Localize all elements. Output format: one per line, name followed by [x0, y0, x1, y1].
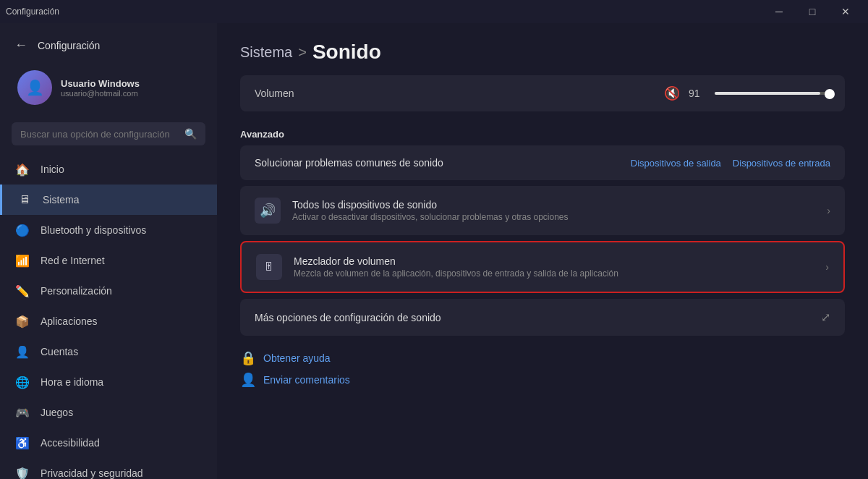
all-devices-card[interactable]: 🔊 Todos los dispositivos de sonido Activ… [240, 186, 845, 235]
all-devices-title: Todos los dispositivos de sonido [292, 199, 569, 211]
feedback-link[interactable]: 👤 Enviar comentarios [240, 372, 845, 388]
all-devices-icon: 🔊 [255, 198, 281, 224]
sidebar: ← Configuración 👤 Usuario Windows usuari… [0, 23, 217, 479]
sidebar-item-aplicaciones[interactable]: 📦 Aplicaciones [0, 306, 217, 336]
nav-icon-bluetooth: 🔵 [14, 222, 30, 238]
get-help-icon: 🔒 [240, 350, 256, 366]
sidebar-item-personalizacion[interactable]: ✏️ Personalización [0, 276, 217, 306]
app-body: ← Configuración 👤 Usuario Windows usuari… [0, 23, 868, 479]
sidebar-item-red[interactable]: 📶 Red e Internet [0, 245, 217, 276]
mixer-icon: 🎚 [256, 254, 282, 280]
sidebar-item-cuentas[interactable]: 👤 Cuentas [0, 336, 217, 367]
nav-icon-personalizacion: ✏️ [14, 283, 30, 299]
titlebar-left: Configuración [6, 7, 59, 17]
troubleshoot-card[interactable]: Solucionar problemas comunes de sonido D… [240, 145, 845, 180]
volume-fill [715, 92, 820, 95]
nav-label-personalizacion: Personalización [41, 285, 203, 297]
user-profile[interactable]: 👤 Usuario Windows usuario@hotmail.com [6, 62, 211, 114]
mixer-card[interactable]: 🎚 Mezclador de volumen Mezcla de volumen… [240, 241, 845, 293]
mixer-right: › [825, 261, 829, 273]
sidebar-item-sistema[interactable]: 🖥 Sistema [0, 185, 217, 215]
nav-icon-privacidad: 🛡️ [14, 465, 30, 479]
all-devices-chevron: › [827, 205, 830, 216]
maximize-button[interactable]: □ [796, 0, 829, 23]
avatar: 👤 [17, 70, 52, 105]
external-link-icon: ⤢ [821, 310, 830, 324]
app-title: Configuración [38, 40, 100, 51]
nav-label-cuentas: Cuentas [41, 346, 203, 357]
sidebar-item-privacidad[interactable]: 🛡️ Privacidad y seguridad [0, 458, 217, 479]
nav-label-privacidad: Privacidad y seguridad [41, 467, 203, 479]
get-help-label: Obtener ayuda [263, 352, 331, 364]
all-devices-right: › [827, 205, 830, 216]
breadcrumb-separator: > [298, 44, 307, 61]
more-options-title: Más opciones de configuración de sonido [255, 312, 441, 323]
minimize-button[interactable]: ─ [762, 0, 796, 23]
sidebar-item-inicio[interactable]: 🏠 Inicio [0, 154, 217, 185]
user-info: Usuario Windows usuario@hotmail.com [61, 78, 140, 98]
output-devices-link[interactable]: Dispositivos de salida [631, 158, 721, 169]
nav-label-hora: Hora e idioma [41, 376, 203, 388]
search-icon: 🔍 [184, 128, 197, 140]
volume-slider[interactable] [715, 92, 830, 95]
mute-icon[interactable]: 🔇 [664, 85, 680, 101]
nav-label-accesibilidad: Accesibilidad [41, 437, 203, 449]
nav-icon-red: 📶 [14, 253, 30, 268]
volume-control: 🔇 91 [664, 85, 830, 101]
nav-label-sistema: Sistema [43, 194, 203, 205]
main-content: Sistema > Sonido Volumen 🔇 91 Avanz [217, 23, 868, 479]
nav-label-bluetooth: Bluetooth y dispositivos [41, 224, 203, 236]
nav-list: 🏠 Inicio 🖥 Sistema 🔵 Bluetooth y disposi… [0, 154, 217, 479]
all-devices-desc: Activar o desactivar dispositivos, soluc… [292, 212, 569, 222]
search-input[interactable] [20, 129, 179, 140]
nav-icon-accesibilidad: ♿ [14, 435, 30, 451]
titlebar-title: Configuración [6, 7, 59, 17]
mixer-title: Mezclador de volumen [294, 255, 618, 267]
volume-label: Volumen [255, 88, 294, 99]
sidebar-item-bluetooth[interactable]: 🔵 Bluetooth y dispositivos [0, 215, 217, 245]
nav-label-aplicaciones: Aplicaciones [41, 315, 203, 327]
user-email: usuario@hotmail.com [61, 89, 140, 98]
all-devices-left: 🔊 Todos los dispositivos de sonido Activ… [255, 198, 569, 224]
avatar-image: 👤 [17, 70, 52, 105]
user-name: Usuario Windows [61, 78, 140, 89]
nav-icon-cuentas: 👤 [14, 344, 30, 360]
nav-label-inicio: Inicio [41, 164, 203, 175]
close-button[interactable]: ✕ [829, 0, 862, 23]
input-devices-link[interactable]: Dispositivos de entrada [733, 158, 830, 169]
troubleshoot-links: Dispositivos de salida Dispositivos de e… [631, 158, 830, 169]
nav-label-juegos: Juegos [41, 407, 203, 418]
nav-icon-aplicaciones: 📦 [14, 313, 30, 329]
nav-icon-hora: 🌐 [14, 374, 30, 390]
sidebar-item-hora[interactable]: 🌐 Hora e idioma [0, 367, 217, 397]
nav-label-red: Red e Internet [41, 255, 203, 266]
content-body: Volumen 🔇 91 Avanzado Solucionar problem… [217, 75, 868, 411]
sidebar-header: ← Configuración [0, 23, 217, 62]
feedback-icon: 👤 [240, 372, 256, 388]
back-button[interactable]: ← [12, 35, 30, 56]
titlebar-controls: ─ □ ✕ [762, 0, 862, 23]
mixer-text: Mezclador de volumen Mezcla de volumen d… [294, 255, 618, 279]
all-devices-text: Todos los dispositivos de sonido Activar… [292, 199, 569, 222]
mixer-left: 🎚 Mezclador de volumen Mezcla de volumen… [256, 254, 618, 280]
nav-icon-juegos: 🎮 [14, 404, 30, 420]
mixer-chevron: › [825, 261, 829, 273]
nav-icon-inicio: 🏠 [14, 161, 30, 177]
breadcrumb-current: Sonido [312, 41, 381, 64]
content-header: Sistema > Sonido [217, 23, 868, 75]
sidebar-item-accesibilidad[interactable]: ♿ Accesibilidad [0, 428, 217, 458]
breadcrumb: Sistema > Sonido [240, 41, 845, 64]
mixer-desc: Mezcla de volumen de la aplicación, disp… [294, 268, 618, 279]
feedback-label: Enviar comentarios [263, 374, 350, 386]
nav-icon-sistema: 🖥 [17, 192, 33, 208]
breadcrumb-parent: Sistema [240, 44, 292, 61]
search-box: 🔍 [12, 122, 205, 145]
troubleshoot-title: Solucionar problemas comunes de sonido [255, 157, 443, 169]
volume-thumb [825, 89, 835, 99]
get-help-link[interactable]: 🔒 Obtener ayuda [240, 350, 845, 366]
volume-number: 91 [689, 88, 706, 99]
titlebar: Configuración ─ □ ✕ [0, 0, 868, 23]
sidebar-item-juegos[interactable]: 🎮 Juegos [0, 397, 217, 428]
advanced-section-title: Avanzado [240, 129, 845, 140]
more-options-card[interactable]: Más opciones de configuración de sonido … [240, 299, 845, 336]
